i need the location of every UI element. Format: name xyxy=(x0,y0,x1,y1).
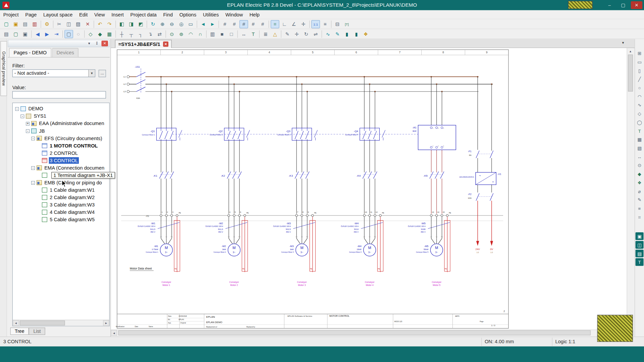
grid-b-icon[interactable]: # xyxy=(230,20,239,28)
tree-item-emb-cabling-or-piping-do[interactable]: -EMB (Cabling or piping do xyxy=(13,179,109,186)
grid-c-icon[interactable]: # xyxy=(239,20,248,28)
interruption-point-icon[interactable]: ⇄ xyxy=(155,30,164,38)
menu-project-data[interactable]: Project data xyxy=(127,10,160,18)
page-navigator-icon[interactable]: ▤ xyxy=(2,30,11,38)
nav-forward-icon[interactable]: ► xyxy=(208,20,217,28)
graphic-spline-icon[interactable]: ∿ xyxy=(635,101,643,109)
terminal-strip-icon[interactable]: ⊚ xyxy=(177,30,186,38)
scroll-left-icon[interactable]: ◄ xyxy=(111,330,117,336)
graphic-polygon-icon[interactable]: ◇ xyxy=(635,110,643,117)
grid-tool-icon[interactable]: ⌗ xyxy=(635,213,643,221)
panel-close-icon[interactable]: ✕ xyxy=(101,41,108,46)
tab-tree[interactable]: Tree xyxy=(10,327,29,335)
tree-item-eaa-administrative-documen[interactable]: +EAA (Administrative documen xyxy=(13,120,109,127)
dimension-icon[interactable]: ↔ xyxy=(239,30,248,38)
cut-icon[interactable]: ✂ xyxy=(55,20,64,28)
scroll-thumb[interactable] xyxy=(628,55,633,92)
collapse-icon[interactable]: - xyxy=(20,114,24,118)
teal-tool-3-icon[interactable]: ▤ xyxy=(635,249,643,257)
tree-item-2-cable-diagram-w2[interactable]: 2 Cable diagram:W2 xyxy=(13,194,109,201)
pdf-export-icon[interactable]: ▥ xyxy=(31,20,39,28)
grid-a-icon[interactable]: # xyxy=(221,20,229,28)
document-tab[interactable]: =SYS1+JB&EFS/1 ✕ xyxy=(115,40,172,48)
page-properties-icon[interactable]: ▣ xyxy=(21,30,30,38)
plc-box-icon[interactable]: ▥ xyxy=(208,30,217,38)
edit-properties-icon[interactable]: ✎ xyxy=(283,30,292,38)
menu-view[interactable]: View xyxy=(91,10,108,18)
graphic-line-icon[interactable]: ╱ xyxy=(635,75,643,83)
sketch-tool-icon[interactable]: ✎ xyxy=(635,196,643,203)
tree-item-2-control[interactable]: 2 CONTROL xyxy=(13,149,109,157)
copy-icon[interactable]: ◫ xyxy=(64,20,73,28)
scroll-right-icon[interactable]: ► xyxy=(103,320,109,326)
panel-menu-icon[interactable]: ▾ xyxy=(86,41,93,46)
tree-item-5-cable-diagram-w5[interactable]: 5 Cable diagram:W5 xyxy=(13,216,109,223)
prev-page-icon[interactable]: ◀ xyxy=(33,30,42,38)
move-icon[interactable]: ✛ xyxy=(292,30,301,38)
chevron-down-icon[interactable]: ▾ xyxy=(88,70,95,77)
insert-symbol-icon[interactable]: ◇ xyxy=(86,30,95,38)
insert-device-icon[interactable]: ▦ xyxy=(105,30,114,38)
collapse-icon[interactable]: - xyxy=(26,129,30,133)
ortho-mode-icon[interactable]: ∟ xyxy=(280,20,289,28)
shield-icon[interactable]: ∩ xyxy=(196,30,205,38)
tree-item-1-terminal-diagram-jb-x1[interactable]: 1 Terminal diagram +JB-X1 xyxy=(13,172,109,179)
menu-window[interactable]: Window xyxy=(222,10,246,18)
filter-combobox[interactable]: - Not activated - ▾ xyxy=(12,69,95,77)
grid-d-icon[interactable]: # xyxy=(249,20,258,28)
graphic-circle-icon[interactable]: ○ xyxy=(635,84,643,92)
open-project-icon[interactable]: ▣ xyxy=(11,20,20,28)
graphical-preview-tab[interactable]: Graphical preview xyxy=(0,41,7,96)
menu-utilities[interactable]: Utilities xyxy=(200,10,222,18)
tab-devices[interactable]: Devices xyxy=(52,48,78,57)
menu-find[interactable]: Find xyxy=(160,10,176,18)
tree-item-1-cable-diagram-w1[interactable]: 1 Cable diagram:W1 xyxy=(13,186,109,194)
collapse-icon[interactable]: - xyxy=(31,166,35,170)
point-tool-icon[interactable]: ⊙ xyxy=(635,161,643,169)
dimension-tool-icon[interactable]: ↔ xyxy=(635,153,643,161)
tree-horizontal-scrollbar[interactable]: ◄ ► xyxy=(13,320,109,326)
tree-item-jb[interactable]: -JB xyxy=(13,127,109,135)
rotate-icon[interactable]: ↻ xyxy=(302,30,311,38)
tree-item-ema-connection-documen[interactable]: -EMA (Connection documen xyxy=(13,164,109,172)
angle-45-icon[interactable]: ∠ xyxy=(289,20,298,28)
tab-list-dropdown-icon[interactable]: ▾ xyxy=(620,41,627,46)
parts-list-icon[interactable]: ⊟ xyxy=(333,20,342,28)
cable-definition-icon[interactable]: ◠ xyxy=(186,30,195,38)
symbol-tool-icon[interactable]: ◆ xyxy=(635,170,643,178)
graphic-rectangle-icon[interactable]: ▭ xyxy=(635,58,643,66)
menu-options[interactable]: Options xyxy=(176,10,200,18)
select-tool-icon[interactable]: ▢ xyxy=(64,30,73,38)
insert-macro-icon[interactable]: ◆ xyxy=(96,30,104,38)
teal-tool-2-icon[interactable]: ◫ xyxy=(635,241,643,249)
terminal-icon[interactable]: ⊙ xyxy=(168,30,176,38)
expand-icon[interactable]: + xyxy=(26,122,30,125)
redo-icon[interactable]: ↷ xyxy=(105,20,114,28)
value-input[interactable] xyxy=(12,91,106,99)
page-macro-icon[interactable]: ◧ xyxy=(117,20,126,28)
scroll-left-icon[interactable]: ◄ xyxy=(13,320,19,326)
scale-1-1-icon[interactable]: 1:1 xyxy=(311,20,320,28)
filter-more-button[interactable]: ... xyxy=(99,70,106,77)
scroll-up-icon[interactable]: ▲ xyxy=(628,48,633,54)
free-text-icon[interactable]: T xyxy=(249,30,258,38)
new-project-icon[interactable]: ▢ xyxy=(2,20,11,28)
macro-tool-icon[interactable]: ❖ xyxy=(635,179,643,186)
color-settings-icon[interactable]: ❖ xyxy=(362,30,370,38)
symbol-macro-icon[interactable]: ◩ xyxy=(137,20,145,28)
graphic-arc-icon[interactable]: ◠ xyxy=(635,93,643,100)
zoom-in-icon[interactable]: ⊕ xyxy=(158,20,167,28)
structure-box-icon[interactable]: □ xyxy=(227,30,236,38)
dark-tool-2-icon[interactable]: ▮ xyxy=(352,30,361,38)
close-button[interactable]: ✕ xyxy=(631,1,642,9)
zoom-window-tool-icon[interactable]: ⊞ xyxy=(635,49,643,57)
zoom-window-icon[interactable]: ◎ xyxy=(177,20,186,28)
zoom-out-icon[interactable]: ⊖ xyxy=(168,20,176,28)
insert-text-icon[interactable]: [T] xyxy=(342,20,351,28)
collapse-icon[interactable]: - xyxy=(31,181,35,184)
zoom-fit-icon[interactable]: ▭ xyxy=(186,20,195,28)
new-page-icon[interactable]: ▢ xyxy=(11,30,20,38)
dark-tool-1-icon[interactable]: ▮ xyxy=(342,30,351,38)
tab-list[interactable]: List xyxy=(29,327,45,335)
snap-to-grid-icon[interactable]: ⌗ xyxy=(271,20,279,28)
